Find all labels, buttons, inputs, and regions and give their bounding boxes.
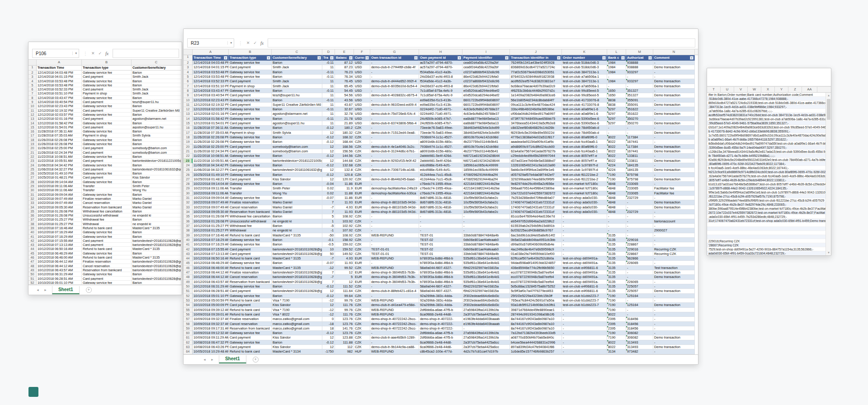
cell[interactable]: -0.11 [322, 75, 335, 79]
cell[interactable]: Demo transaction [653, 275, 695, 279]
cell[interactable]: test-on-shop ada0c030- [562, 210, 607, 214]
cell[interactable]: marco.zatko@gmail.com [272, 326, 322, 331]
cell[interactable]: bariondevtest+201810110628@gm [272, 252, 322, 256]
row-number[interactable]: 14 [28, 121, 37, 125]
cell[interactable]: demo-shop-tr-407222- [419, 317, 462, 321]
cell[interactable]: test-on-club 8057eff7-e [562, 154, 607, 158]
cell[interactable]: Gateway service fee [82, 113, 132, 117]
cell[interactable]: - [626, 224, 653, 228]
cell[interactable]: 6cf26225ecdf43b8858c9767 [510, 228, 562, 233]
row-number[interactable]: 48 [184, 275, 193, 279]
cell[interactable]: Card payment [229, 79, 272, 84]
cell[interactable]: test-on-club 5390d5ee-6 [562, 117, 607, 121]
cell[interactable]: f8293b4c5e2048e89e55022d [510, 131, 562, 135]
cell[interactable]: Card payment [82, 125, 132, 129]
cell[interactable]: 422164198f224414b2be [462, 191, 510, 196]
cell[interactable]: Card payment [229, 65, 272, 70]
cell[interactable]: 11/28/2018 07:36:11 AM [193, 126, 229, 130]
cell[interactable]: CZK [354, 294, 370, 298]
cell[interactable]: 422164198f224414b2be [462, 182, 510, 186]
cell[interactable]: 12/14/2018 04:03:48 PM [37, 71, 82, 75]
cell[interactable]: Gateway service fee [229, 89, 272, 93]
cell[interactable]: 111.64 [335, 289, 354, 293]
row-number[interactable]: 45 [28, 251, 37, 255]
cell[interactable]: 12/12/2018 02:01:16 PM [193, 112, 229, 116]
cell[interactable]: WEB-REFUND [370, 298, 419, 303]
cell[interactable]: - [626, 228, 653, 233]
cell[interactable]: 11/06/2018 04:32:27 PM [37, 167, 82, 171]
cell[interactable]: USD [354, 121, 370, 126]
cell[interactable]: - [653, 322, 695, 326]
cell[interactable]: Test transaction [653, 266, 695, 270]
cell[interactable]: -12 [322, 266, 335, 270]
cell[interactable]: - [370, 89, 419, 93]
cell[interactable]: 10/12/2018 07:13:13 AM [37, 243, 82, 247]
cell[interactable]: 350270 [626, 117, 653, 121]
cell[interactable]: USD [354, 98, 370, 103]
cell[interactable]: 0224d4f2-71d0-4971- [419, 107, 462, 112]
cell[interactable]: Recurring CZK [653, 247, 695, 252]
row-number[interactable]: 6 [28, 87, 37, 91]
row-number[interactable]: 11 [28, 108, 37, 113]
overflow-text-line[interactable]: ;99c85eed-57e0-4049-9461-575ba0ba3839;16… [707, 121, 826, 125]
cell[interactable]: - [370, 70, 419, 75]
cell[interactable]: Card payment [82, 87, 132, 91]
cell[interactable]: Refund to bank card [82, 226, 132, 230]
cell[interactable]: 10/22/2018 09:14:04 AM [37, 180, 82, 184]
cell[interactable]: 73eede76-5a83-49ee- [419, 126, 462, 130]
cell[interactable]: 10/09/2018 09:39:12 AM [193, 308, 229, 312]
cell[interactable]: 5c5ff3af0c7a47f79279ed453 [510, 289, 562, 293]
cell[interactable]: 11/28/2018 07:36:11 AM [37, 129, 82, 133]
cell[interactable]: 54.56 [335, 93, 354, 98]
cell[interactable]: 10/22/2018 09:09:04 AM [193, 196, 229, 200]
row-number[interactable]: 10 [184, 98, 193, 103]
cell[interactable]: test-on-club 3847313e-1 [562, 70, 607, 75]
overflow-text-line[interactable]: 380be;596aa879514e45f8b42380be;test-on-m… [707, 207, 826, 211]
cell[interactable]: CZK [354, 335, 370, 340]
overflow-text-line[interactable]: ;518dc0d6-380d-41ce-aabe-417366c47278;19… [707, 97, 826, 101]
cell[interactable]: bariondevtest+201810110628@gm [272, 289, 322, 293]
cell[interactable]: Card payment [82, 151, 132, 155]
cell[interactable]: Finalize reservation [229, 270, 272, 275]
cell[interactable]: 12/12/2018 02:23:43 PM [37, 104, 82, 108]
cell[interactable]: 10e722c037e4425597382672 [510, 191, 562, 196]
cell[interactable]: Gateway service fee [229, 107, 272, 112]
cell[interactable]: test-on-club 518dc0d6-3 [562, 65, 607, 70]
cell[interactable]: Barion [132, 272, 181, 276]
column-letter-C[interactable]: C [132, 60, 181, 65]
column-letter-AA[interactable]: AA [802, 87, 817, 92]
cell[interactable]: Barion [132, 71, 181, 75]
cell[interactable]: 10/12/2018 06:44:12 AM [193, 275, 229, 279]
cell[interactable]: 535df61c36e641e4b4d1 [462, 261, 510, 265]
cell[interactable]: 0 [322, 317, 335, 321]
cell[interactable]: 24d36d37-ecfd-4f03-8 [419, 84, 462, 89]
cell[interactable]: Gateway service fee [82, 142, 132, 146]
cell[interactable]: 38d463ef482b4e3cbd99 [462, 126, 510, 130]
cell[interactable]: - [653, 135, 695, 140]
cell[interactable]: Demo transaction [653, 168, 695, 172]
cell[interactable]: Card payment [82, 117, 132, 121]
cell[interactable]: - [562, 312, 607, 317]
cell[interactable]: - [562, 214, 607, 219]
cell[interactable]: Withdrawal [82, 222, 132, 226]
cell[interactable]: -7 [322, 205, 335, 210]
cell[interactable]: 12/14/2018 04:03:48 PM [193, 61, 229, 65]
cell[interactable]: Gateway service fee [229, 173, 272, 177]
cell[interactable]: 2a3f7cb75eba4425a6cc [462, 345, 510, 349]
cell[interactable]: Smith Sylvia [132, 133, 181, 137]
cancel-icon[interactable]: ✕ [246, 41, 250, 45]
cell[interactable]: Gateway service fee [229, 135, 272, 140]
cell[interactable]: -0.12 [322, 126, 335, 130]
cell[interactable]: 10/12/2018 06:44:12 AM [37, 259, 82, 264]
cell[interactable]: EUR [354, 200, 370, 205]
cell[interactable]: 7936b974-1c1c-4527- [419, 145, 462, 149]
cell[interactable]: 933297 [626, 79, 653, 84]
cell[interactable]: 6ca0f866-2e48-44d8- [419, 345, 462, 349]
row-number[interactable]: 39 [28, 226, 37, 230]
cell[interactable]: - [370, 135, 419, 140]
cell[interactable]: Kiss Sándor [272, 345, 322, 349]
row-number[interactable]: 49 [28, 268, 37, 272]
cell[interactable]: - [462, 326, 510, 331]
cell[interactable]: Smith Jack [272, 84, 322, 89]
cell[interactable]: demo-club-tr-7306714b-a148- [370, 168, 419, 172]
